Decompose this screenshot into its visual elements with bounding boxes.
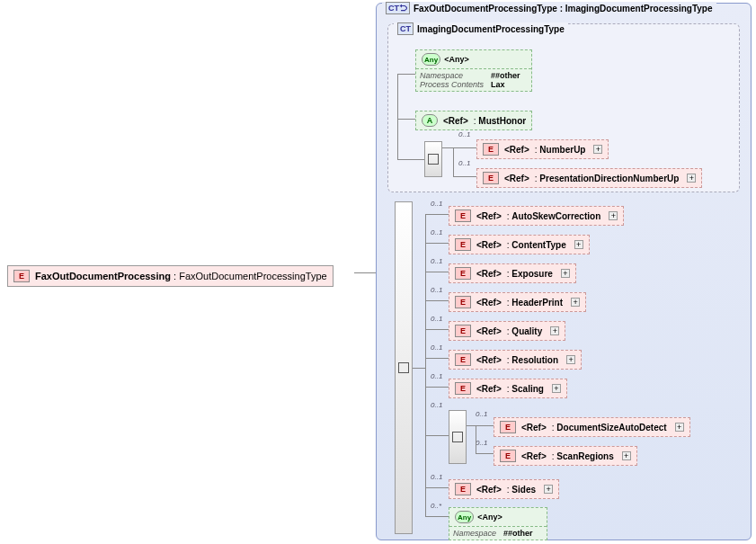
element-ref[interactable]: E<Ref>: Scaling+ <box>449 379 567 398</box>
element-badge: E <box>455 238 471 251</box>
connector <box>397 74 398 159</box>
cardinality-label: 0..1 <box>476 439 487 447</box>
connector <box>425 516 449 517</box>
connector <box>354 272 376 273</box>
element-ref[interactable]: E <Ref> : NumberUp + <box>476 139 609 159</box>
connector <box>413 368 425 369</box>
expand-icon[interactable]: + <box>675 423 684 432</box>
sequence-compositor[interactable] <box>424 141 442 177</box>
cardinality-label: 0..1 <box>431 343 442 352</box>
expand-icon[interactable]: + <box>550 326 559 335</box>
element-badge: E <box>13 270 30 282</box>
attribute-ref[interactable]: A <Ref> : MustHonor <box>415 111 532 130</box>
sequence-icon <box>428 154 439 165</box>
connector <box>397 74 415 75</box>
element-badge: E <box>455 210 471 222</box>
connector <box>425 329 449 330</box>
connector <box>453 176 476 177</box>
connector <box>467 425 494 426</box>
element-badge: E <box>455 382 471 395</box>
connector <box>425 435 449 436</box>
expand-icon[interactable]: + <box>571 298 580 307</box>
cardinality-label: 0..1 <box>431 473 442 481</box>
element-ref[interactable]: E <Ref> : PresentationDirectionNumberUp … <box>476 168 702 188</box>
cardinality-label: 0..* <box>431 502 441 510</box>
root-name: FaxOutDocumentProcessing : FaxOutDocumen… <box>35 271 327 281</box>
connector <box>425 387 449 388</box>
element-ref[interactable]: E<Ref>: HeaderPrint+ <box>449 292 586 312</box>
expand-icon[interactable]: + <box>609 211 618 220</box>
cardinality-label: 0..1 <box>431 315 442 323</box>
complex-type-inner: CT ImagingDocumentProcessingType Any<Any… <box>387 23 740 192</box>
cardinality-label: 0..1 <box>431 372 442 380</box>
expand-icon[interactable]: + <box>561 269 570 278</box>
expand-icon[interactable]: + <box>574 240 583 249</box>
expand-icon[interactable]: + <box>566 355 575 364</box>
element-ref[interactable]: E<Ref>: Quality+ <box>449 321 565 341</box>
element-badge: E <box>455 296 471 308</box>
sequence-compositor[interactable] <box>395 201 413 534</box>
element-badge: E <box>455 353 471 366</box>
element-ref[interactable]: E<Ref>: ScanRegions+ <box>494 446 637 466</box>
connector <box>476 453 494 454</box>
expand-icon[interactable]: + <box>687 174 696 183</box>
ct-badge: CT⮌ <box>386 2 410 14</box>
connector <box>397 119 415 120</box>
element-badge: E <box>483 143 499 156</box>
element-ref[interactable]: E<Ref>: ContentType+ <box>449 235 590 254</box>
root-element[interactable]: E FaxOutDocumentProcessing : FaxOutDocum… <box>7 265 334 287</box>
connector <box>397 159 424 160</box>
element-badge: E <box>455 267 471 280</box>
complex-type-outer: CT⮌ FaxOutDocumentProcessingType : Imagi… <box>376 3 752 540</box>
connector <box>425 214 426 516</box>
connector <box>425 243 449 244</box>
connector <box>425 487 449 488</box>
any-badge: Any <box>455 511 474 523</box>
expand-icon[interactable]: + <box>552 384 561 393</box>
connector <box>453 147 454 176</box>
ct-badge: CT <box>397 22 414 35</box>
connector <box>425 272 449 272</box>
ct-title: FaxOutDocumentProcessingType : ImagingDo… <box>414 4 713 13</box>
element-ref[interactable]: E<Ref>: DocumentSizeAutoDetect+ <box>494 417 690 437</box>
inner-ct-header: CT ImagingDocumentProcessingType <box>394 22 568 35</box>
element-ref[interactable]: E<Ref>: Exposure+ <box>449 263 576 283</box>
element-badge: E <box>500 450 516 462</box>
element-badge: E <box>483 172 499 184</box>
any-wildcard[interactable]: Any<Any> NamespaceProcess Contents ##oth… <box>415 49 532 92</box>
connector <box>425 358 449 359</box>
sequence-icon <box>452 432 463 442</box>
element-ref[interactable]: E<Ref>: AutoSkewCorrection+ <box>449 206 624 226</box>
any-wildcard[interactable]: Any<Any> Namespace##other <box>449 507 547 540</box>
inner-ct-title: ImagingDocumentProcessingType <box>417 24 565 34</box>
connector <box>442 147 476 148</box>
element-ref[interactable]: E<Ref>: Resolution+ <box>449 350 582 370</box>
expand-icon[interactable]: + <box>622 451 631 460</box>
cardinality-label: 0..1 <box>458 159 470 167</box>
element-badge: E <box>455 483 471 495</box>
cardinality-label: 0..1 <box>431 257 442 265</box>
sequence-icon <box>398 362 409 373</box>
sequence-compositor[interactable] <box>449 410 467 464</box>
any-badge: Any <box>422 53 440 66</box>
connector <box>425 300 449 301</box>
cardinality-label: 0..1 <box>476 410 487 418</box>
expand-icon[interactable]: + <box>544 485 553 494</box>
element-ref[interactable]: E<Ref>: Sides+ <box>449 479 559 499</box>
cardinality-label: 0..1 <box>431 286 442 294</box>
element-badge: E <box>500 421 516 433</box>
expand-icon[interactable]: + <box>593 145 602 154</box>
cardinality-label: 0..1 <box>431 228 442 236</box>
connector <box>476 425 476 453</box>
element-badge: E <box>455 325 471 337</box>
ct-header: CT⮌ FaxOutDocumentProcessingType : Imagi… <box>382 2 716 14</box>
connector <box>425 214 449 215</box>
cardinality-label: 0..1 <box>431 200 442 208</box>
cardinality-label: 0..1 <box>431 401 442 409</box>
cardinality-label: 0..1 <box>458 130 470 138</box>
attr-badge: A <box>422 114 438 127</box>
